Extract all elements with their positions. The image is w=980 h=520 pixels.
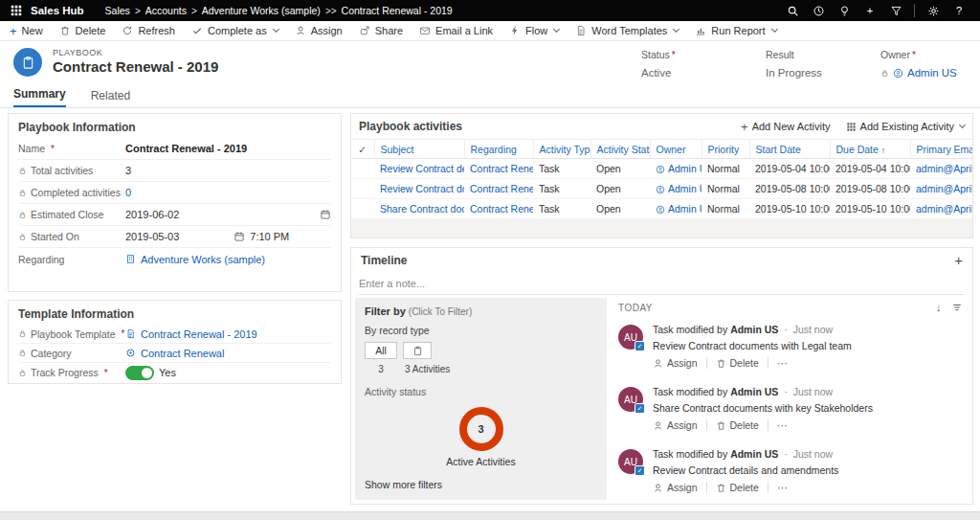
field-category: Category Contract Renewal (18, 344, 331, 363)
column-due-date[interactable]: Due Date↑ (830, 140, 910, 159)
owner-link[interactable]: Admin US (650, 199, 702, 219)
column-owner[interactable]: Owner (650, 140, 702, 159)
owner-link[interactable]: Admin US (650, 179, 702, 199)
assign-action-button[interactable]: Assign (653, 419, 706, 431)
required-marker: * (912, 50, 916, 60)
column-activity-type[interactable]: Activity Type (533, 140, 590, 159)
search-icon[interactable] (781, 1, 804, 20)
breadcrumb-accounts[interactable]: Accounts (145, 5, 187, 16)
column-subject[interactable]: Subject (374, 140, 464, 159)
owner-link[interactable]: Admin US (907, 67, 957, 79)
calendar-icon[interactable] (320, 209, 331, 220)
row-checkbox[interactable] (351, 179, 374, 199)
playbook-record-icon (13, 48, 42, 77)
table-row[interactable]: Review Contract details and a... Contrac… (351, 159, 972, 179)
column-primary-email[interactable]: Primary Ema... (910, 140, 972, 159)
run-report-button[interactable]: Run Report (695, 25, 776, 36)
tab-related[interactable]: Related (91, 89, 130, 107)
settings-gear-icon[interactable] (922, 1, 945, 20)
tab-summary[interactable]: Summary (13, 87, 66, 107)
clipboard-icon (412, 346, 423, 356)
more-actions-icon[interactable]: ⋯ (768, 357, 796, 369)
share-button[interactable]: Share (359, 25, 403, 36)
sort-icon[interactable] (951, 302, 963, 313)
delete-action-button[interactable]: Delete (706, 357, 768, 369)
owner-link[interactable]: Admin US (650, 159, 702, 179)
chevron-down-icon (959, 122, 966, 128)
primary-email-link[interactable]: admin@AprilRel... (910, 179, 972, 199)
task-badge-icon: ✓ (635, 403, 645, 414)
regarding-link[interactable]: Contract Renewal... (464, 159, 533, 179)
assign-button[interactable]: Assign (295, 25, 343, 36)
trash-icon (716, 420, 726, 431)
playbook-template-link[interactable]: Contract Renewal - 2019 (141, 328, 257, 340)
more-actions-icon[interactable]: ⋯ (768, 482, 796, 493)
subject-link[interactable]: Share Contract documents wi... (374, 199, 464, 219)
word-templates-button[interactable]: Word Templates (575, 25, 679, 36)
assistant-icon[interactable] (833, 1, 856, 20)
entry-user: Admin US (730, 448, 778, 460)
delete-button[interactable]: Delete (59, 25, 106, 36)
select-all-checkbox[interactable]: ✓ (351, 140, 374, 159)
add-timeline-record-icon[interactable]: + (954, 253, 963, 267)
grid-footer-area (351, 219, 972, 237)
filter-icon[interactable] (884, 1, 907, 20)
column-priority[interactable]: Priority (702, 140, 749, 159)
assign-action-button[interactable]: Assign (653, 357, 706, 369)
column-start-date[interactable]: Start Date (749, 140, 830, 159)
add-new-activity-button[interactable]: +Add New Activity (741, 121, 831, 133)
add-existing-activity-button[interactable]: Add Existing Activity (846, 121, 965, 132)
app-title[interactable]: Sales Hub (31, 5, 84, 16)
category-link[interactable]: Contract Renewal (141, 348, 224, 359)
column-activity-status[interactable]: Activity Status (590, 140, 650, 159)
collapse-all-icon[interactable]: ↓ (936, 302, 942, 313)
quick-create-icon[interactable]: + (858, 1, 881, 20)
calendar-icon[interactable] (234, 231, 245, 242)
row-checkbox[interactable] (351, 199, 374, 219)
subject-link[interactable]: Review Contract details and a... (374, 159, 464, 179)
more-actions-icon[interactable]: ⋯ (768, 419, 796, 431)
show-more-filters-link[interactable]: Show more filters (365, 479, 442, 490)
primary-email-link[interactable]: admin@AprilRel... (910, 199, 972, 219)
table-row[interactable]: Review Contract documents ... Contract R… (351, 179, 972, 199)
regarding-link[interactable]: Adventure Works (sample) (141, 254, 265, 265)
flow-button[interactable]: Flow (509, 25, 559, 36)
breadcrumb-account-record[interactable]: Adventure Works (sample) (202, 5, 321, 16)
refresh-button[interactable]: Refresh (122, 25, 175, 36)
delete-action-button[interactable]: Delete (706, 482, 768, 493)
app-launcher-icon[interactable] (10, 4, 23, 17)
help-icon[interactable]: ? (947, 1, 970, 20)
activity-status-cell: Open (590, 159, 650, 179)
filter-all-button[interactable]: All (365, 342, 397, 359)
recent-icon[interactable] (807, 1, 830, 20)
note-input[interactable] (359, 278, 965, 289)
primary-email-link[interactable]: admin@AprilRel... (910, 159, 972, 179)
group-label-today: TODAY (618, 303, 653, 313)
header-field-status: Status* Active (641, 49, 676, 79)
new-button[interactable]: +New (10, 25, 43, 37)
track-progress-toggle[interactable] (125, 366, 154, 380)
complete-as-button[interactable]: Complete as (191, 25, 278, 36)
assign-action-button[interactable]: Assign (653, 482, 706, 493)
completed-activities-label: Completed activities (31, 187, 121, 198)
breadcrumb-current-record[interactable]: Contract Renewal - 2019 (342, 5, 453, 16)
table-row[interactable]: Share Contract documents wi... Contract … (351, 199, 972, 219)
regarding-link[interactable]: Contract Renewal... (464, 179, 533, 199)
user-icon (656, 165, 665, 174)
filter-activities-button[interactable] (403, 342, 432, 359)
delete-action-button[interactable]: Delete (706, 419, 768, 431)
column-regarding[interactable]: Regarding (464, 140, 533, 159)
subject-link[interactable]: Review Contract documents ... (374, 179, 464, 199)
chevron-down-icon (673, 26, 679, 33)
regarding-link[interactable]: Contract Renewal... (464, 199, 533, 219)
name-value[interactable]: Contract Renewal - 2019 (125, 143, 331, 154)
playbook-activities-section: Playbook activities +Add New Activity Ad… (350, 113, 973, 238)
field-playbook-template: Playbook Template* Contract Renewal - 20… (18, 325, 331, 344)
row-checkbox[interactable] (351, 159, 374, 179)
entry-timestamp: Just now (793, 324, 833, 335)
donut-value: 3 (459, 407, 503, 451)
breadcrumb-sales[interactable]: Sales (105, 5, 130, 16)
timeline-entry: AU ✓ Task modified by Admin US · Just no… (618, 324, 969, 375)
timeline-entry: AU ✓ Task modified by Admin US · Just no… (618, 448, 969, 500)
email-link-button[interactable]: Email a Link (419, 25, 493, 36)
